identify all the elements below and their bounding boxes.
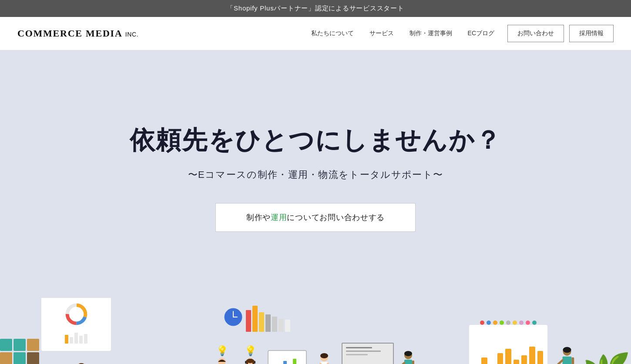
- person-1: 💡: [211, 345, 233, 364]
- dot-blue: [487, 321, 491, 325]
- dot-purple: [519, 321, 524, 325]
- bar: [497, 353, 503, 364]
- chart-card-right: [469, 325, 547, 364]
- book-gray2: [272, 317, 277, 332]
- box: [27, 352, 39, 364]
- svg-point-55: [563, 347, 571, 353]
- bar-chart-mini: [65, 331, 87, 344]
- box: [0, 352, 12, 364]
- site-logo[interactable]: Commerce Media INC.: [17, 28, 138, 39]
- bar: [514, 360, 519, 364]
- bar: [283, 361, 287, 364]
- announcement-banner: 「Shopify Plusパートナー」認定によるサービススタート: [0, 0, 631, 17]
- donut-chart: [64, 302, 88, 326]
- box: [13, 339, 26, 351]
- person-right: [552, 346, 582, 364]
- clock-icon: [224, 308, 242, 326]
- bar: [70, 337, 73, 344]
- whiteboard-line: [346, 347, 372, 348]
- bar: [481, 357, 487, 364]
- whiteboard-line: [346, 354, 368, 355]
- hero-cta-button[interactable]: 制作や運用についてお問い合わせする: [215, 203, 416, 232]
- color-dots-row: [480, 321, 537, 325]
- dot-red: [480, 321, 484, 325]
- whiteboard-line: [346, 351, 381, 352]
- bar: [74, 333, 78, 344]
- lightbulb-icon-2: 💡: [245, 345, 256, 357]
- whiteboard-container: [342, 343, 394, 364]
- bar: [505, 349, 511, 364]
- svg-rect-33: [246, 361, 248, 364]
- logo-text: Commerce Media INC.: [17, 28, 138, 39]
- book-red: [246, 310, 251, 332]
- shelf-boxes: [0, 339, 39, 364]
- bar: [537, 351, 543, 364]
- whiteboard: [342, 343, 394, 364]
- cta-text-part2: についてお問い合わせする: [287, 213, 385, 222]
- book-stack: [246, 306, 290, 332]
- nav-area: 私たちについて サービス 制作・運営事例 ECブログ お問い合わせ 採用情報: [311, 25, 614, 42]
- bar: [293, 359, 296, 364]
- svg-rect-50: [563, 357, 572, 364]
- dot-teal: [532, 321, 537, 325]
- nav-cases[interactable]: 制作・運営事例: [409, 30, 452, 37]
- person-2: [313, 352, 335, 364]
- dot-yellow: [513, 321, 517, 325]
- box: [27, 339, 39, 351]
- person-figure-1: [211, 357, 233, 364]
- svg-rect-34: [252, 361, 254, 364]
- bar: [521, 355, 527, 364]
- people-group: 💡 💡: [211, 343, 420, 364]
- plant-decoration: 🌿: [582, 354, 631, 364]
- person-headset: 💡: [239, 345, 261, 364]
- hero-subtitle: 〜Eコマースの制作・運用・物流をトータルサポート〜: [188, 168, 443, 181]
- dot-green: [500, 321, 504, 325]
- bar: [79, 336, 83, 344]
- analytics-card-left: [41, 298, 111, 364]
- main-nav: 私たちについて サービス 制作・運営事例 ECブログ: [311, 30, 494, 37]
- book-gray1: [265, 314, 271, 332]
- svg-rect-52: [572, 357, 574, 364]
- person-pointing: [396, 350, 420, 364]
- contact-button[interactable]: お問い合わせ: [507, 25, 564, 42]
- book-gray3: [279, 319, 284, 332]
- nav-about[interactable]: 私たちについて: [311, 30, 354, 37]
- box: [13, 352, 26, 364]
- book-yellow: [259, 312, 264, 332]
- whiteboard-group: [342, 343, 420, 364]
- analytics-card: [41, 298, 111, 351]
- book-orange: [252, 306, 258, 332]
- dot-pink: [526, 321, 530, 325]
- nav-buttons: お問い合わせ 採用情報: [507, 25, 614, 42]
- right-illustration: 🌿: [469, 318, 631, 364]
- banner-text: 「Shopify Plusパートナー」認定によるサービススタート: [227, 4, 404, 12]
- left-illustration: [0, 298, 115, 364]
- person-desk-figure: [59, 355, 94, 364]
- bar: [65, 335, 68, 344]
- recruit-button[interactable]: 採用情報: [569, 25, 614, 42]
- whiteboard-content: [342, 344, 393, 359]
- illustration-strip: 💡 💡: [0, 298, 631, 364]
- hero-section: 依頼先をひとつにしませんか？ 〜Eコマースの制作・運用・物流をトータルサポート〜…: [0, 50, 631, 298]
- box: [0, 339, 12, 351]
- dot-orange: [493, 321, 497, 325]
- hero-title: 依頼先をひとつにしませんか？: [130, 125, 501, 155]
- nav-blog[interactable]: ECブログ: [468, 30, 494, 37]
- clock-area: [224, 308, 242, 328]
- bar-chart-right: [473, 342, 543, 364]
- cta-text-part1: 制作や: [246, 213, 271, 222]
- site-header: Commerce Media INC. 私たちについて サービス 制作・運営事例…: [0, 17, 631, 50]
- book-gray4: [285, 320, 290, 332]
- dot-gray: [506, 321, 510, 325]
- right-analytics: [469, 318, 547, 364]
- svg-point-4: [70, 308, 82, 320]
- svg-point-48: [404, 351, 412, 356]
- bar: [84, 334, 87, 344]
- person-figure-2: [313, 352, 335, 364]
- middle-illustration: 💡 💡: [211, 343, 420, 364]
- cta-highlight-green: 運用: [271, 213, 287, 222]
- svg-rect-45: [412, 361, 414, 364]
- lightbulb-icon-1: 💡: [216, 345, 228, 357]
- monitor-group: [268, 350, 307, 364]
- nav-services[interactable]: サービス: [369, 30, 394, 37]
